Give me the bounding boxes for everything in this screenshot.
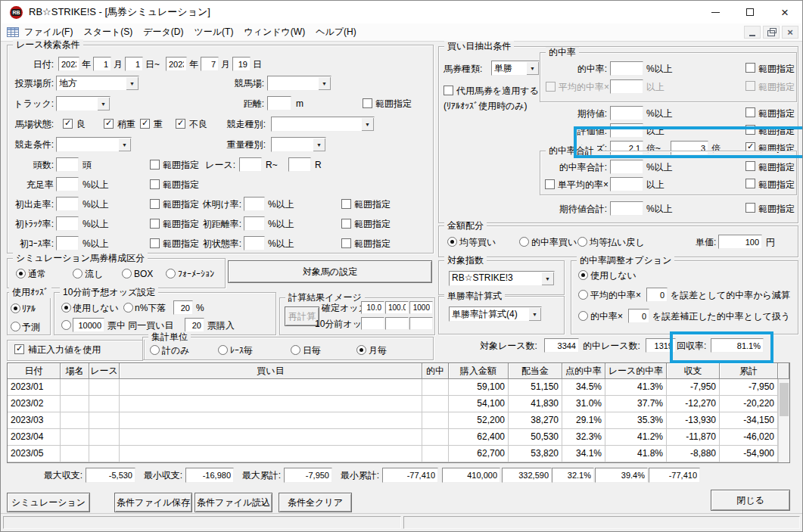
col-date[interactable]: 日付 [8,363,61,379]
amount-hit-rate-buy-radio[interactable] [519,237,529,247]
clear-all-conditions-button[interactable]: 条件全クリア [279,493,352,512]
unit-price-input[interactable] [718,235,762,249]
first-course-range-checkbox[interactable] [150,238,160,248]
date-from-month-input[interactable] [93,57,111,71]
rest-input[interactable] [244,197,265,211]
col-hit[interactable]: 的中 [422,363,449,379]
hit-total-range-checkbox[interactable] [745,161,755,171]
weight-select[interactable] [271,137,326,152]
close-window-button[interactable] [767,1,802,23]
odds-real-radio[interactable] [11,303,20,313]
baba-bad-checkbox[interactable] [176,119,185,129]
agg-monthly-radio[interactable] [356,345,366,355]
hit-total-input[interactable] [610,160,643,174]
first-cond-range-checkbox[interactable] [341,238,351,248]
pre-odds-npct-radio[interactable] [123,303,133,313]
agg-total-only-radio[interactable] [150,345,160,355]
close-button[interactable]: 閉じる [711,490,790,511]
col-race[interactable]: レース [89,363,120,379]
pre10-odds-input-3[interactable] [409,317,433,330]
composition-nagashi-radio[interactable] [73,269,82,278]
date-to-day-input[interactable] [232,57,251,71]
fill-rate-input[interactable] [56,177,79,191]
fixed-odds-input-2[interactable] [385,301,409,314]
expect-range-checkbox[interactable] [745,107,755,117]
fill-rate-range-checkbox[interactable] [150,179,160,189]
first-dist-range-checkbox[interactable] [341,219,351,229]
first-run-range-checkbox[interactable] [150,199,160,209]
maximize-button[interactable] [733,1,767,23]
adjust-hit-input[interactable] [628,309,649,323]
track-select[interactable] [56,96,110,111]
daiyo-checkbox[interactable] [444,86,453,95]
table-scrollbar[interactable] [778,379,789,462]
amount-equal-buy-radio[interactable] [447,237,457,247]
race-no-from-input[interactable] [239,157,262,172]
race-kind-select[interactable] [271,117,375,132]
mdi-restore-button[interactable] [763,26,780,39]
child-window-system-icon[interactable] [7,27,19,37]
expect-input[interactable] [610,106,643,120]
amount-equal-payback-radio[interactable] [577,237,587,247]
adjust-none-radio[interactable] [578,270,588,280]
baba-slightly-heavy-checkbox[interactable] [104,119,114,129]
composition-formation-radio[interactable] [166,269,176,278]
menu-data[interactable]: データ(D) [138,24,188,40]
col-race-rate[interactable]: レース的中率 [605,363,667,379]
expect-total-input[interactable] [610,201,643,216]
table-row[interactable]: 2023/04 62,400 50,530 32.3% 41.2% -11,87… [8,429,789,446]
pre10-odds-input-2[interactable] [385,317,409,330]
fixed-odds-input-3[interactable] [409,301,433,314]
race-cond-select[interactable] [56,137,132,152]
minimize-button[interactable] [698,1,733,23]
distance-range-checkbox[interactable] [363,98,372,108]
first-course-input[interactable] [56,236,79,250]
first-cond-input[interactable] [244,236,265,250]
date-to-year-input[interactable] [166,57,187,71]
expect-total-range-checkbox[interactable] [745,203,755,213]
adjust-avg-input[interactable] [646,288,668,302]
simulate-button[interactable]: シミュレーション [7,493,90,512]
mdi-minimize-button[interactable] [744,26,761,39]
load-condition-file-button[interactable]: 条件ファイル読込 [195,493,272,512]
composition-box-radio[interactable] [122,269,132,278]
col-purchase[interactable]: 購入金額 [449,363,509,379]
distance-input[interactable] [267,96,291,110]
hit-rate-input[interactable] [610,61,643,76]
menu-tool[interactable]: ツール(T) [189,24,239,40]
course-select[interactable] [267,76,331,91]
menu-file[interactable]: ファイル(F) [19,24,78,40]
pre-odds-buy-input[interactable] [185,318,204,332]
table-row[interactable]: 2023/01 59,100 51,150 34.5% 41.3% -7,950… [8,379,789,396]
pre-odds-votes-input[interactable] [73,318,104,332]
target-horse-settings-button[interactable]: 対象馬の設定 [228,260,432,283]
heads-range-checkbox[interactable] [150,160,160,170]
single-avg-range-checkbox[interactable] [745,179,755,188]
pre-odds-npct-input[interactable] [173,300,193,315]
table-row[interactable]: 2023/03 52,200 38,270 29.1% 35.3% -13,93… [8,412,789,429]
col-cum[interactable]: 累計 [720,363,778,379]
table-row[interactable]: 2023/05 62,700 53,820 34.1% 41.8% -8,880… [8,446,789,462]
scrollbar-thumb[interactable] [780,383,789,416]
rest-range-checkbox[interactable] [341,199,351,209]
date-from-day-input[interactable] [125,57,143,71]
adjust-hit-radio[interactable] [578,311,588,321]
voting-place-select[interactable]: 地方 [56,76,139,91]
pre10-odds-input-1[interactable] [361,317,384,330]
first-track-input[interactable] [56,216,79,231]
composition-normal-radio[interactable] [16,269,26,278]
col-point-rate[interactable]: 点的中率 [562,363,605,379]
single-avg-checkbox[interactable] [545,179,555,189]
col-place[interactable]: 場名 [61,363,89,379]
correction-checkbox[interactable] [14,344,24,354]
adjust-avg-radio[interactable] [578,290,588,300]
pre-odds-none-radio[interactable] [61,303,71,313]
date-from-year-input[interactable] [58,57,79,71]
formula-select[interactable]: 単勝率計算式(4) [449,306,542,322]
menu-window[interactable]: ウィンドウ(W) [238,24,310,40]
first-track-range-checkbox[interactable] [150,219,160,229]
odds-predict-radio[interactable] [11,322,20,331]
single-avg-input[interactable] [610,177,643,191]
col-bet[interactable]: 買い目 [120,363,422,379]
race-no-to-input[interactable] [288,157,311,172]
